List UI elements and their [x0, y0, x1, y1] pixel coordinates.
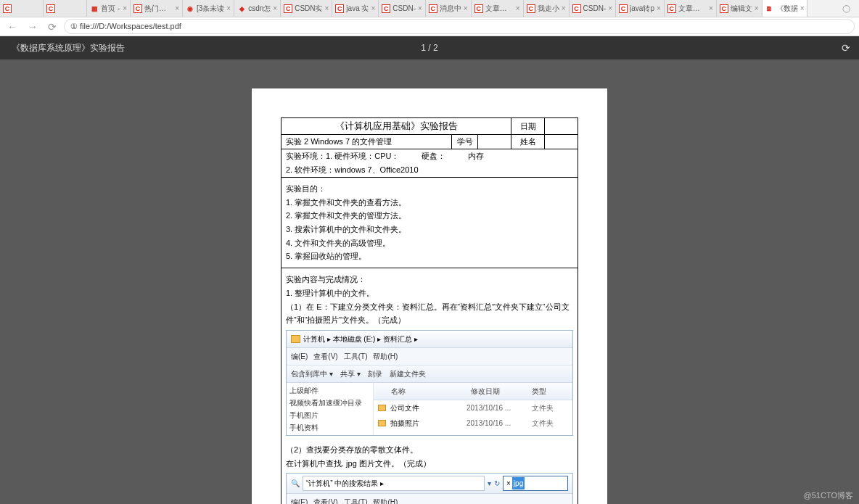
tab-16[interactable]: 🗎《数据× [763, 0, 808, 17]
student-id-label: 学号 [452, 135, 478, 149]
env-mem: 内存 [468, 152, 484, 160]
name-label: 姓名 [511, 135, 545, 149]
favicon-icon: ◉ [186, 4, 194, 13]
url-input[interactable]: ① file:///D:/Workspaces/test.pdf [64, 19, 855, 34]
close-icon[interactable]: × [175, 4, 179, 12]
close-icon[interactable]: × [371, 4, 375, 12]
explorer-toolbar: 包含到库中 ▾ 共享 ▾ 刻录 新建文件夹 [287, 365, 572, 383]
tab-8[interactable]: CCSDN-× [379, 0, 426, 17]
folder-icon [378, 405, 386, 411]
purpose-1: 1. 掌握文件和文件夹的查看方法。 [286, 196, 573, 210]
tab-3[interactable]: C热门参考× [131, 0, 183, 17]
menu-view: 查看(V) [313, 350, 337, 363]
close-icon[interactable]: × [562, 4, 566, 12]
tool-share: 共享 ▾ [340, 368, 361, 380]
favicon-c-icon: C [284, 4, 292, 13]
menu-edit: 编(E) [291, 350, 308, 363]
content-1: 1. 整理计算机中的文件。 [286, 286, 573, 300]
tab-5[interactable]: ◆csdn怎× [234, 0, 281, 17]
favicon-c-icon: C [335, 4, 344, 13]
purpose-2: 2. 掌握文件和文件夹的管理方法。 [286, 209, 573, 223]
favicon-c-icon: C [527, 4, 535, 13]
tab-13[interactable]: Cjava转p× [616, 0, 665, 17]
user-icon[interactable]: ◯ [842, 4, 850, 12]
tool-newfolder: 新建文件夹 [390, 368, 426, 380]
tabstrip-end: ◯ [807, 0, 859, 17]
explorer-menubar: 编(E) 查看(V) 工具(T) 帮助(H) [287, 348, 572, 365]
tab-6[interactable]: CCSDN实× [281, 0, 332, 17]
close-icon[interactable]: × [657, 4, 661, 12]
tab-15[interactable]: C编辑文× [717, 0, 763, 17]
search-box: ×jpg [503, 476, 568, 491]
close-icon[interactable]: × [123, 4, 127, 12]
tab-14[interactable]: C文章管理× [665, 0, 717, 17]
folder-icon [291, 335, 300, 343]
pdf-toolbar: 《数据库系统原理》实验报告 1 / 2 ⟳ [0, 36, 859, 59]
search-icon: 🔍 [291, 477, 300, 489]
nav-item: 视频快看加速缓冲目录 [289, 397, 370, 409]
menu-view: 查看(V) [313, 496, 337, 504]
address-bar: ← → ⟳ ① file:///D:/Workspaces/test.pdf [0, 17, 859, 36]
favicon-c-icon: C [382, 4, 390, 13]
explorer-screenshot-2: 🔍 “计算机” 中的搜索结果 ▸ ▾↻ ×jpg 编(E) 查看(V) 工具(T… [286, 473, 573, 504]
favicon-c-icon: C [572, 4, 581, 13]
col-type: 类型 [532, 385, 568, 397]
explorer-breadcrumb: 🔍 “计算机” 中的搜索结果 ▸ ▾↻ ×jpg [287, 474, 572, 494]
content-2a: 在计算机中查找. jpg 图片文件。（完成） [286, 457, 573, 471]
reload-button[interactable]: ⟳ [45, 21, 59, 33]
close-icon[interactable]: × [325, 4, 329, 12]
report-title: 《计算机应用基础》实验报告 [281, 118, 511, 135]
favicon-c-icon: C [46, 4, 55, 13]
tool-include: 包含到库中 ▾ [291, 368, 333, 380]
tab-10[interactable]: C文章管理× [472, 0, 524, 17]
favicon-c-icon: C [133, 4, 142, 13]
close-icon[interactable]: × [755, 4, 759, 12]
tab-2[interactable]: ▦首页 -× [87, 0, 131, 17]
tab-12[interactable]: CCSDN-× [570, 0, 617, 17]
forward-button[interactable]: → [25, 21, 41, 33]
pdf-icon: 🗎 [765, 4, 774, 13]
tab-7[interactable]: Cjava 实× [332, 0, 379, 17]
explorer-breadcrumb: 计算机 ▸ 本地磁盘 (E:) ▸ 资料汇总 ▸ [287, 331, 572, 348]
report-header-table: 《计算机应用基础》实验报告日期 实验 2 Windows 7 的文件管理学号姓名… [281, 117, 578, 504]
tab-0[interactable]: C [0, 0, 44, 17]
tool-burn: 刻录 [368, 368, 382, 380]
menu-edit: 编(E) [291, 496, 308, 504]
content-2: （2）查找要分类存放的零散文体件。 [286, 443, 573, 457]
tab-11[interactable]: C我走小× [524, 0, 570, 17]
close-icon[interactable]: × [464, 4, 468, 12]
env-sw: 2. 软件环境：windows 7、Office2010 [281, 163, 578, 178]
close-icon[interactable]: × [608, 4, 612, 12]
content-1a: （1）在 E：下建立分类文件夹：资料汇总。再在“资料汇总”文件夹下建立“公司文件… [286, 300, 573, 327]
pdf-viewport[interactable]: 《计算机应用基础》实验报告日期 实验 2 Windows 7 的文件管理学号姓名… [0, 59, 859, 504]
tab-1[interactable]: C [44, 0, 87, 17]
close-icon[interactable]: × [418, 4, 422, 12]
nav-item: 手机图片 [289, 409, 370, 421]
tab-9[interactable]: C消息中× [426, 0, 472, 17]
favicon-c-icon: C [3, 4, 12, 13]
pdf-page: 《计算机应用基础》实验报告日期 实验 2 Windows 7 的文件管理学号姓名… [252, 88, 607, 504]
menu-tools: 工具(T) [344, 350, 368, 363]
folder-icon [378, 420, 386, 426]
back-button[interactable]: ← [4, 21, 20, 33]
file-row: 公司文件2013/10/16 ...文件夹 [374, 400, 572, 416]
col-name: 名称 [378, 385, 471, 397]
env-disk: 硬盘： [422, 152, 445, 160]
close-icon[interactable]: × [800, 4, 805, 12]
favicon-c-icon: C [720, 4, 728, 13]
url-text: ① file:///D:/Workspaces/test.pdf [70, 22, 181, 31]
explorer-screenshot-1: 计算机 ▸ 本地磁盘 (E:) ▸ 资料汇总 ▸ 编(E) 查看(V) 工具(T… [286, 330, 573, 436]
close-icon[interactable]: × [709, 4, 713, 12]
nav-item: 上级邮件 [289, 384, 370, 397]
pdf-rotate-icon[interactable]: ⟳ [842, 42, 850, 54]
env-hw: 实验环境：1. 硬件环境：CPU： [286, 152, 399, 160]
pdf-page-indicator: 1 / 2 [421, 43, 437, 53]
experiment-title: 实验 2 Windows 7 的文件管理 [281, 135, 452, 149]
col-date: 修改日期 [471, 385, 532, 397]
tab-4[interactable]: ◉[3条未读× [183, 0, 234, 17]
close-icon[interactable]: × [273, 4, 277, 12]
explorer-navpane: 上级邮件 视频快看加速缓冲目录 手机图片 手机资料 [287, 383, 374, 435]
nav-item: 手机资料 [289, 421, 370, 434]
close-icon[interactable]: × [226, 4, 231, 12]
close-icon[interactable]: × [516, 4, 520, 12]
